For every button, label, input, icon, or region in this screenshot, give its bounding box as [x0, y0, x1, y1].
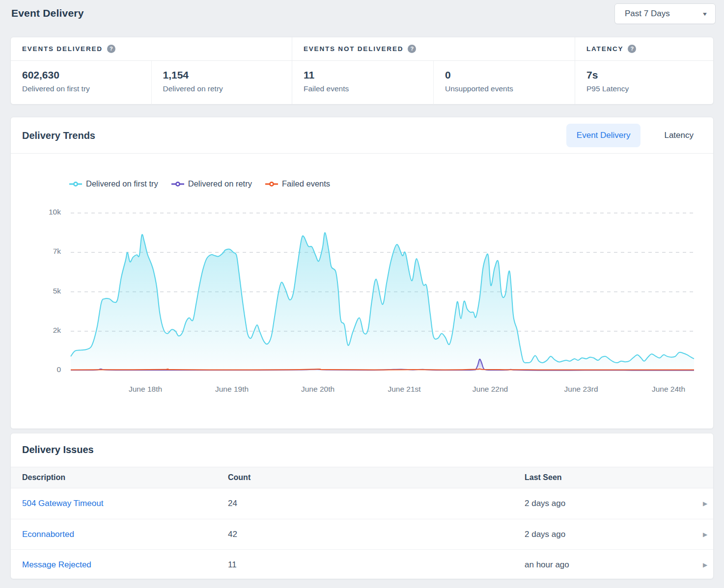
table-row[interactable]: Message Rejected 11 an hour ago ▶	[11, 549, 713, 579]
metric-caption: Unsupported events	[445, 84, 575, 93]
stat-group-events-delivered: EVENTS DELIVERED ? 602,630 Delivered on …	[11, 37, 292, 104]
legend-label: Delivered on retry	[188, 179, 252, 188]
legend-marker-icon	[171, 181, 184, 187]
stat-group-latency: LATENCY ? 7s P95 Latency	[575, 37, 713, 104]
stat-group-label: EVENTS DELIVERED	[22, 45, 103, 53]
time-range-dropdown[interactable]: Past 7 Days ▼	[614, 3, 716, 24]
metric-value: 0	[445, 69, 575, 81]
metric-value: 11	[304, 69, 433, 81]
table-row[interactable]: 504 Gateway Timeout 24 2 days ago ▶	[11, 488, 713, 519]
issue-description-link[interactable]: 504 Gateway Timeout	[22, 499, 103, 508]
metric-retry: 1,154 Delivered on retry	[151, 61, 292, 105]
issues-table-header: Description Count Last Seen	[11, 467, 713, 488]
page-header: Event Delivery Past 7 Days ▼	[0, 0, 724, 37]
metric-caption: Delivered on retry	[163, 84, 292, 93]
metric-value: 602,630	[22, 69, 151, 81]
issue-last-seen: an hour ago	[525, 560, 696, 570]
issue-description-link[interactable]: Message Rejected	[22, 560, 91, 569]
y-tick-label: 0	[28, 365, 61, 374]
help-icon[interactable]: ?	[628, 45, 636, 53]
legend-item[interactable]: Failed events	[265, 179, 330, 188]
col-last-seen: Last Seen	[525, 473, 696, 482]
table-row[interactable]: Econnaborted 42 2 days ago ▶	[11, 519, 713, 549]
x-tick-label: June 20th	[301, 385, 334, 394]
event-delivery-page: Event Delivery Past 7 Days ▼ EVENTS DELI…	[0, 0, 724, 588]
help-icon[interactable]: ?	[408, 45, 416, 53]
x-tick-label: June 21st	[388, 385, 420, 394]
chart-legend: Delivered on first tryDelivered on retry…	[69, 179, 330, 188]
metric-caption: P95 Latency	[586, 84, 713, 93]
trends-title: Delivery Trends	[22, 117, 95, 154]
issues-table: Description Count Last Seen 504 Gateway …	[11, 467, 713, 579]
issue-last-seen: 2 days ago	[525, 530, 696, 539]
legend-marker-icon	[265, 181, 278, 187]
issue-count: 24	[228, 499, 525, 508]
x-tick-label: June 23rd	[564, 385, 598, 394]
tab-latency[interactable]: Latency	[651, 124, 706, 147]
issue-description-link[interactable]: Econnaborted	[22, 530, 74, 539]
x-tick-label: June 24th	[652, 385, 685, 394]
legend-item[interactable]: Delivered on first try	[69, 179, 158, 188]
help-icon[interactable]: ?	[107, 45, 115, 53]
metric-caption: Failed events	[304, 84, 433, 93]
chevron-right-icon[interactable]: ▶	[703, 500, 707, 507]
issue-last-seen: 2 days ago	[525, 499, 696, 508]
y-tick-label: 2k	[28, 326, 61, 335]
x-tick-label: June 22nd	[473, 385, 508, 394]
trends-tabs: Event Delivery Latency	[566, 124, 706, 147]
issues-title: Delivery Issues	[11, 433, 713, 467]
x-tick-label: June 19th	[215, 385, 249, 394]
issue-count: 11	[228, 560, 525, 570]
metric-first-try: 602,630 Delivered on first try	[11, 61, 151, 105]
metric-value: 1,154	[163, 69, 292, 81]
page-title: Event Delivery	[11, 7, 84, 19]
legend-label: Delivered on first try	[86, 179, 158, 188]
chevron-right-icon[interactable]: ▶	[703, 531, 707, 538]
metric-unsupported: 0 Unsupported events	[433, 61, 575, 105]
legend-label: Failed events	[282, 179, 330, 188]
stat-group-label: EVENTS NOT DELIVERED	[304, 45, 403, 53]
stat-group-events-not-delivered: EVENTS NOT DELIVERED ? 11 Failed events …	[292, 37, 575, 104]
metric-caption: Delivered on first try	[22, 84, 151, 93]
delivery-issues-card: Delivery Issues Description Count Last S…	[10, 433, 714, 579]
col-count: Count	[228, 473, 525, 482]
y-tick-label: 5k	[28, 287, 61, 295]
legend-marker-icon	[69, 181, 82, 187]
issue-count: 42	[228, 530, 525, 539]
col-description: Description	[22, 473, 228, 482]
metric-failed: 11 Failed events	[292, 61, 433, 105]
trends-header: Delivery Trends Event Delivery Latency	[11, 117, 713, 154]
stats-summary-card: EVENTS DELIVERED ? 602,630 Delivered on …	[10, 37, 714, 105]
y-tick-label: 10k	[28, 208, 61, 216]
y-tick-label: 7k	[28, 247, 61, 256]
legend-item[interactable]: Delivered on retry	[171, 179, 252, 188]
x-tick-label: June 18th	[129, 385, 162, 394]
stat-group-label: LATENCY	[586, 45, 623, 53]
tab-event-delivery[interactable]: Event Delivery	[566, 124, 641, 147]
time-range-value: Past 7 Days	[625, 9, 670, 19]
metric-p95-latency: 7s P95 Latency	[575, 61, 713, 105]
trend-chart-plot	[71, 211, 694, 374]
trend-chart: Delivered on first tryDelivered on retry…	[11, 154, 713, 429]
delivery-trends-card: Delivery Trends Event Delivery Latency D…	[10, 117, 714, 429]
metric-value: 7s	[586, 69, 713, 81]
chevron-right-icon[interactable]: ▶	[703, 561, 707, 568]
caret-down-icon: ▼	[702, 11, 708, 17]
